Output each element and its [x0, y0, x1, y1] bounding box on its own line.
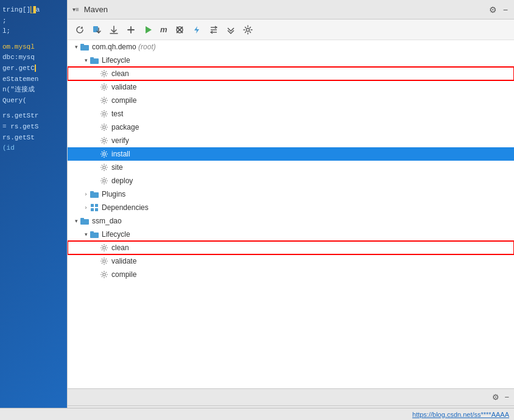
gear-icon-test-1: [99, 109, 109, 119]
svg-rect-37: [90, 231, 94, 233]
folder-icon-plugins-1: [90, 189, 99, 199]
svg-point-20: [103, 86, 105, 88]
thread-count-button[interactable]: [206, 24, 221, 36]
page-footer: https://blog.csdn.net/ss****AAAA: [0, 408, 514, 420]
import-button[interactable]: [90, 24, 104, 36]
svg-marker-10: [194, 26, 199, 33]
svg-rect-15: [80, 45, 89, 51]
arrow-ssm-dao: [72, 218, 80, 224]
gear-icon-verify-1: [99, 136, 109, 145]
maven-header-icons: ⚙ −: [488, 4, 509, 16]
gear-icon-install-1: [99, 149, 109, 159]
gear-icon-validate-2: [99, 256, 109, 266]
arrow-dependencies-1: [82, 205, 90, 211]
gear-icon-clean-2: [99, 243, 109, 253]
deps-icon-1: [90, 203, 99, 212]
svg-rect-31: [95, 204, 98, 207]
maven-expand-icon[interactable]: ▾≡: [72, 6, 79, 13]
arrow-plugins-1: [82, 191, 90, 197]
gear-icon-validate-1: [99, 82, 109, 92]
tree-item-clean-1[interactable]: clean: [68, 67, 514, 80]
tree-label-deploy-1: deploy: [111, 177, 133, 185]
folder-icon-com-qh-demo: [80, 42, 90, 52]
svg-rect-34: [80, 219, 89, 225]
arrow-lifecycle-2: [82, 231, 90, 237]
svg-point-21: [103, 99, 105, 102]
tree-item-plugins-1[interactable]: Plugins: [68, 187, 514, 201]
tree-item-lifecycle-1[interactable]: Lifecycle: [68, 54, 514, 67]
maven-toolbar: m: [68, 19, 514, 40]
tree-label-package-1: package: [111, 123, 139, 131]
svg-rect-16: [80, 44, 84, 46]
svg-rect-36: [90, 233, 99, 238]
svg-point-19: [103, 72, 105, 75]
tree-item-test-1[interactable]: test: [68, 107, 514, 121]
settings-gear-icon[interactable]: ⚙: [492, 393, 499, 402]
folder-icon-lifecycle-2: [90, 229, 99, 239]
tree-label-clean-2: clean: [111, 243, 129, 252]
tree-item-deploy-1[interactable]: deploy: [68, 174, 514, 187]
tree-item-compile-1[interactable]: compile: [68, 94, 514, 107]
tree-label-dependencies-1: Dependencies: [102, 203, 149, 212]
tree-item-package-1[interactable]: package: [68, 121, 514, 134]
svg-point-24: [103, 139, 105, 142]
tree-label-lifecycle-2: Lifecycle: [102, 230, 130, 239]
svg-point-23: [103, 126, 105, 128]
maven-goal-button[interactable]: m: [158, 24, 170, 35]
tree-item-validate-1[interactable]: validate: [68, 80, 514, 94]
tree-label-ssm-dao: ssm_dao: [92, 217, 122, 225]
add-button[interactable]: [124, 24, 138, 36]
tree-label-install-1: install: [111, 150, 130, 158]
maven-settings-icon[interactable]: ⚙: [488, 4, 498, 16]
tree-item-verify-1[interactable]: verify: [68, 134, 514, 147]
tree-item-site-1[interactable]: site: [68, 161, 514, 174]
refresh-button[interactable]: [72, 24, 87, 36]
arrow-lifecycle-1: [82, 57, 90, 63]
footer-right: https://blog.csdn.net/ss****AAAA: [412, 411, 509, 418]
tree-label-lifecycle-1: Lifecycle: [102, 56, 130, 65]
maven-title-area: ▾≡ Maven: [72, 5, 108, 14]
svg-point-39: [103, 260, 105, 262]
tree-item-lifecycle-2[interactable]: Lifecycle: [68, 228, 514, 241]
tree-item-compile-2[interactable]: compile: [68, 268, 514, 281]
tree-label-test-1: test: [111, 110, 123, 118]
collapse-all-button[interactable]: [224, 24, 238, 36]
svg-point-14: [246, 28, 249, 31]
svg-point-40: [103, 273, 105, 276]
svg-point-26: [103, 166, 105, 169]
maven-settings-button[interactable]: [241, 24, 255, 36]
tree-item-clean-2[interactable]: clean: [68, 241, 514, 254]
svg-point-27: [103, 180, 105, 182]
svg-rect-18: [90, 57, 94, 59]
tree-label-compile-2: compile: [111, 270, 136, 279]
svg-rect-32: [91, 208, 94, 211]
tree-item-install-1[interactable]: install: [68, 147, 514, 161]
maven-minimize-icon[interactable]: −: [502, 4, 509, 16]
offline-button[interactable]: [189, 24, 204, 36]
gear-icon-package-1: [99, 122, 109, 132]
tree-item-validate-2[interactable]: validate: [68, 254, 514, 268]
settings-minus-icon[interactable]: −: [504, 393, 509, 402]
maven-panel: ▾≡ Maven ⚙ −: [67, 0, 514, 420]
tree-label-verify-1: verify: [111, 136, 129, 145]
svg-rect-17: [90, 58, 99, 64]
maven-tree: com.qh.demo (root) Lifecycle clean: [68, 40, 514, 388]
run-button[interactable]: [141, 24, 155, 36]
tree-label-site-1: site: [111, 163, 123, 172]
skip-tests-button[interactable]: [172, 24, 187, 36]
svg-rect-35: [80, 218, 84, 220]
svg-rect-28: [90, 192, 99, 198]
svg-point-22: [103, 113, 105, 115]
gear-icon-compile-1: [99, 96, 109, 105]
svg-rect-30: [91, 204, 94, 207]
tree-label-clean-1: clean: [111, 69, 129, 78]
maven-title: Maven: [84, 5, 108, 14]
tree-item-com-qh-demo[interactable]: com.qh.demo (root): [68, 40, 514, 54]
download-button[interactable]: [107, 24, 121, 36]
tree-label-plugins-1: Plugins: [102, 190, 125, 198]
tree-item-ssm-dao[interactable]: ssm_dao: [68, 214, 514, 228]
tree-label-compile-1: compile: [111, 96, 136, 105]
folder-icon-ssm-dao: [80, 216, 90, 226]
tree-item-dependencies-1[interactable]: Dependencies: [68, 201, 514, 214]
folder-icon-lifecycle-1: [90, 55, 99, 65]
